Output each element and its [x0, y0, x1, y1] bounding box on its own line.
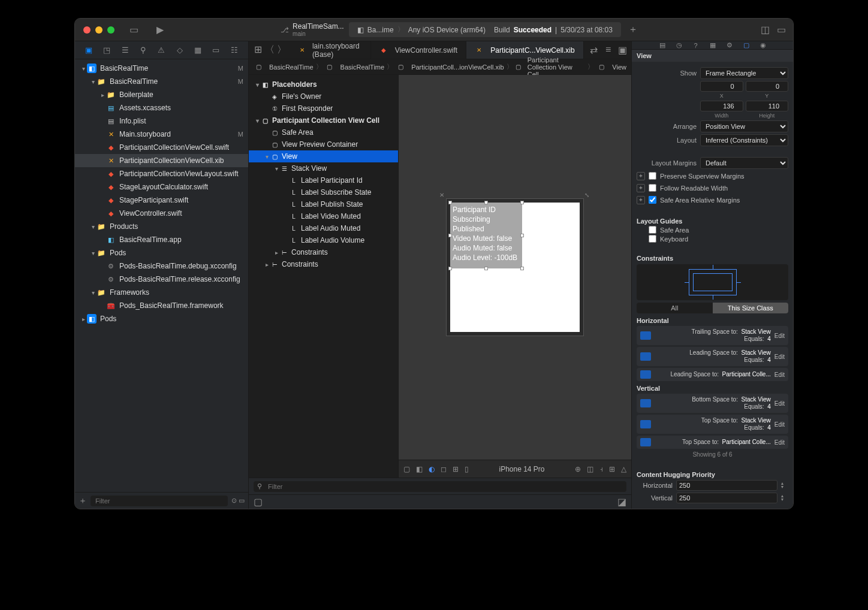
report-navigator-tab[interactable]: ☷	[228, 46, 240, 55]
constraint-card[interactable]: Top Space to: Stack ViewEquals: 4Edit	[637, 415, 788, 434]
edit-constraint-button[interactable]: Edit	[774, 400, 785, 407]
editor-tab[interactable]: ◆ViewController.swift	[371, 41, 466, 59]
project-tree[interactable]: ▾◧BasicRealTimeM▾📁BasicRealTimeM▸📁Boiler…	[75, 59, 248, 492]
outline-row[interactable]: ▾▢View	[249, 150, 398, 162]
attributes-inspector-tab[interactable]: ⚙	[724, 41, 735, 49]
width-field[interactable]	[700, 101, 743, 111]
outline-row[interactable]: ▸⊢Constraints	[249, 246, 398, 258]
ib-canvas[interactable]: ✕ ⤡	[399, 75, 631, 460]
scheme-selector[interactable]: ⎇ RealTimeSam... main	[281, 22, 344, 37]
arrange-dropdown[interactable]: Position View	[700, 120, 788, 132]
recent-filter-button[interactable]: ⊙ ▭	[231, 497, 245, 505]
zoom-button[interactable]	[107, 26, 114, 34]
jumpbar-crumb[interactable]: ▢BasicRealTime	[254, 62, 314, 72]
run-button[interactable]: ▶	[156, 24, 164, 35]
size-class-segmented[interactable]: All This Size Class	[637, 303, 788, 313]
toggle-inspector-button[interactable]: ▭	[777, 24, 786, 35]
margins-dropdown[interactable]: Default	[700, 157, 788, 169]
edit-constraint-button[interactable]: Edit	[774, 333, 785, 339]
breakpoint-navigator-tab[interactable]: ▭	[210, 46, 222, 55]
connections-inspector-tab[interactable]: ◉	[758, 41, 768, 49]
preserve-margins-checkbox[interactable]	[649, 172, 656, 180]
tree-row[interactable]: ⚙Pods-BasicRealTime.debug.xcconfig	[75, 259, 248, 273]
readable-width-checkbox[interactable]	[649, 184, 656, 192]
tree-row[interactable]: ◆ParticipantCollectionViewLayout.swift	[75, 167, 248, 180]
edit-constraint-button[interactable]: Edit	[774, 439, 785, 446]
pin-button[interactable]: ⊞	[609, 465, 615, 473]
toggle-navigator-button[interactable]: ▭	[125, 23, 142, 37]
help-inspector-tab[interactable]: ?	[691, 42, 701, 49]
add-editor-button[interactable]: ＋	[626, 23, 640, 36]
add-margin-button[interactable]: +	[637, 196, 645, 204]
issue-navigator-tab[interactable]: ⚠	[155, 46, 167, 55]
outline-row[interactable]: ▢Safe Area	[249, 126, 398, 138]
identity-inspector-tab[interactable]: ▦	[707, 41, 718, 49]
outline-row[interactable]: LLabel Subscribe State	[249, 186, 398, 198]
resize-handle[interactable]	[484, 267, 488, 270]
file-inspector-tab[interactable]: ▤	[657, 41, 668, 49]
stepper[interactable]: ▴▾	[781, 482, 788, 489]
outline-row[interactable]: ▾☰Stack View	[249, 162, 398, 174]
tree-row[interactable]: ✕Main.storyboardM	[75, 128, 248, 141]
outline-row[interactable]: LLabel Audio Volume	[249, 234, 398, 246]
tree-row[interactable]: ▤Info.plist	[75, 114, 248, 128]
resize-handle[interactable]	[520, 234, 524, 237]
add-margin-button[interactable]: +	[637, 172, 645, 180]
tree-row[interactable]: ◆StageParticipant.swift	[75, 194, 248, 207]
close-icon[interactable]: ✕	[439, 192, 445, 198]
layout-button[interactable]: ⊞	[453, 465, 459, 473]
jumpbar-crumb[interactable]: ▢View	[596, 62, 626, 72]
constraint-card[interactable]: Leading Space to: Stack ViewEquals: 4Edi…	[637, 347, 788, 366]
accessibility-button[interactable]: ◻	[441, 465, 447, 473]
selected-view[interactable]: Participant IDSubscribingPublishedVideo …	[450, 203, 522, 268]
hugging-vertical-field[interactable]	[676, 493, 777, 503]
outline-row[interactable]: ▢View Preview Container	[249, 138, 398, 150]
outline-row[interactable]: LLabel Publish State	[249, 198, 398, 210]
tree-row[interactable]: ▾📁Frameworks	[75, 286, 248, 299]
stepper[interactable]: ▴▾	[781, 494, 788, 502]
appearance-button[interactable]: ◐	[429, 465, 435, 473]
hugging-horizontal-field[interactable]	[676, 480, 777, 491]
outline-row[interactable]: ▾▢Participant Collection View Cell	[249, 114, 398, 126]
edit-constraint-button[interactable]: Edit	[774, 372, 785, 378]
debug-panel-toggle[interactable]: ◪	[617, 496, 626, 508]
constraint-card[interactable]: Top Space to: Participant Colle...Edit	[637, 436, 788, 449]
constraint-card[interactable]: Trailing Space to: Stack ViewEquals: 4Ed…	[637, 326, 788, 345]
seg-this-size-class[interactable]: This Size Class	[713, 303, 789, 313]
related-items-button[interactable]: ⊞	[252, 44, 263, 56]
library-button[interactable]: ◫	[761, 24, 770, 35]
align-button[interactable]: ⫞	[599, 465, 603, 473]
navigator-filter-input[interactable]	[91, 496, 228, 506]
jumpbar-crumb[interactable]: ▢BasicRealTime	[325, 62, 385, 72]
safe-area-margins-checkbox[interactable]	[649, 196, 656, 204]
tree-row[interactable]: ▸◧Pods	[75, 312, 248, 325]
outline-row[interactable]: ◈File's Owner	[249, 90, 398, 102]
tree-row[interactable]: ▸📁Boilerplate	[75, 88, 248, 101]
forward-button[interactable]: 〉	[276, 44, 287, 56]
outline-row[interactable]: ▸⊢Constraints	[249, 258, 398, 270]
test-navigator-tab[interactable]: ◇	[174, 46, 186, 55]
tree-row[interactable]: ◆StageLayoutCalculator.swift	[75, 180, 248, 194]
cell-content-view[interactable]: Participant IDSubscribingPublishedVideo …	[450, 203, 580, 332]
resize-handle[interactable]	[448, 234, 452, 237]
constraint-card[interactable]: Leading Space to: Participant Colle...Ed…	[637, 368, 788, 381]
outline-row[interactable]: ①First Responder	[249, 102, 398, 114]
history-inspector-tab[interactable]: ◷	[674, 41, 685, 49]
debug-toggle-button[interactable]: ▢	[254, 496, 263, 508]
seg-all[interactable]: All	[637, 303, 713, 313]
add-margin-button[interactable]: +	[637, 184, 645, 192]
tree-row[interactable]: ▾📁Pods	[75, 246, 248, 259]
editor-options-button[interactable]: ≡	[603, 44, 614, 56]
minimize-button[interactable]	[95, 26, 103, 34]
tree-row[interactable]: ▤Assets.xcassets	[75, 101, 248, 114]
debug-navigator-tab[interactable]: ▦	[192, 46, 204, 55]
tree-row[interactable]: ▾📁Products	[75, 220, 248, 233]
edit-constraint-button[interactable]: Edit	[774, 354, 785, 360]
y-field[interactable]	[746, 81, 789, 92]
tree-row[interactable]: ◆ViewController.swift	[75, 207, 248, 220]
device-config-button[interactable]: ▢	[403, 465, 410, 473]
constraints-diagram[interactable]	[637, 264, 788, 300]
close-button[interactable]	[83, 26, 91, 34]
embed-button[interactable]: ◫	[587, 465, 593, 473]
constraint-card[interactable]: Bottom Space to: Stack ViewEquals: 4Edit	[637, 394, 788, 413]
